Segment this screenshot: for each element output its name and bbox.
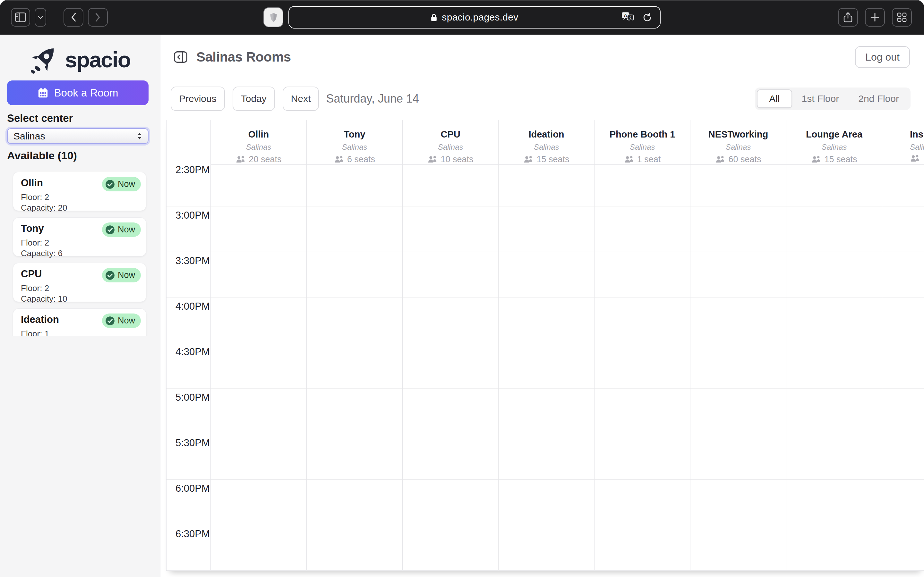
address-bar[interactable]: spacio.pages.dev A 文 [288, 6, 661, 29]
column-header: NESTworkingSalinas60 seats [690, 120, 786, 165]
center-select[interactable]: Salinas [7, 128, 149, 144]
calendar-slot[interactable] [690, 434, 786, 479]
calendar-slot[interactable] [402, 206, 498, 251]
room-card[interactable]: TonyNowFloor: 2Capacity: 6 [13, 218, 146, 256]
calendar-slot[interactable] [690, 298, 786, 343]
calendar-slot[interactable] [594, 480, 690, 525]
calendar-slot[interactable] [306, 434, 402, 479]
calendar-slot[interactable] [882, 343, 924, 388]
today-button[interactable]: Today [233, 87, 275, 111]
back-button[interactable] [63, 8, 83, 27]
calendar-slot[interactable] [210, 388, 306, 434]
calendar-slot[interactable] [402, 298, 498, 343]
floor-filter-all[interactable]: All [757, 89, 792, 108]
calendar-slot[interactable] [882, 434, 924, 479]
calendar-slot[interactable] [210, 206, 306, 251]
forward-button[interactable] [88, 8, 108, 27]
calendar-slot[interactable] [690, 252, 786, 297]
collapse-sidebar-button[interactable] [173, 50, 188, 64]
calendar-slot[interactable] [786, 298, 882, 343]
calendar-slot[interactable] [402, 343, 498, 388]
calendar-slot[interactable] [210, 298, 306, 343]
calendar-slot[interactable] [786, 388, 882, 434]
calendar-slot[interactable] [498, 298, 594, 343]
calendar-slot[interactable] [594, 525, 690, 570]
calendar-slot[interactable] [690, 165, 786, 206]
room-card[interactable]: OllinNowFloor: 2Capacity: 20 [13, 172, 146, 211]
calendar-slot[interactable] [498, 165, 594, 206]
logout-button[interactable]: Log out [855, 46, 910, 68]
translate-icon[interactable]: A 文 [621, 11, 635, 23]
calendar-slot[interactable] [882, 388, 924, 434]
floor-filter-1st-floor[interactable]: 1st Floor [792, 89, 849, 108]
calendar-row: 3:00PM [166, 206, 924, 252]
calendar-slot[interactable] [786, 434, 882, 479]
calendar-slot[interactable] [210, 480, 306, 525]
calendar-slot[interactable] [402, 252, 498, 297]
calendar-slot[interactable] [306, 206, 402, 251]
calendar-slot[interactable] [498, 343, 594, 388]
calendar-slot[interactable] [210, 252, 306, 297]
calendar-slot[interactable] [594, 343, 690, 388]
calendar-slot[interactable] [690, 388, 786, 434]
next-button[interactable]: Next [283, 87, 319, 111]
calendar-slot[interactable] [306, 298, 402, 343]
calendar-slot[interactable] [882, 165, 924, 206]
calendar-slot[interactable] [594, 206, 690, 251]
calendar-slot[interactable] [882, 525, 924, 570]
main-content: Salinas Rooms Log out Previous Today Nex… [160, 35, 924, 577]
calendar-slot[interactable] [690, 206, 786, 251]
calendar-slot[interactable] [498, 252, 594, 297]
previous-button[interactable]: Previous [171, 87, 225, 111]
calendar-slot[interactable] [402, 388, 498, 434]
new-tab-button[interactable] [865, 8, 885, 27]
calendar-slot[interactable] [690, 525, 786, 570]
calendar-slot[interactable] [786, 252, 882, 297]
room-card[interactable]: CPUNowFloor: 2Capacity: 10 [13, 263, 146, 302]
calendar-slot[interactable] [594, 388, 690, 434]
share-button[interactable] [838, 8, 858, 27]
calendar-slot[interactable] [498, 388, 594, 434]
room-card[interactable]: IdeationNowFloor: 1 [13, 308, 146, 336]
calendar-slot[interactable] [210, 165, 306, 206]
calendar-slot[interactable] [306, 388, 402, 434]
calendar-slot[interactable] [210, 434, 306, 479]
sidebar-toggle-button[interactable] [11, 8, 30, 27]
calendar-slot[interactable] [402, 525, 498, 570]
calendar-slot[interactable] [402, 165, 498, 206]
calendar-slot[interactable] [882, 206, 924, 251]
calendar-slot[interactable] [210, 525, 306, 570]
calendar-slot[interactable] [786, 343, 882, 388]
calendar-slot[interactable] [498, 434, 594, 479]
calendar-slot[interactable] [306, 343, 402, 388]
book-a-room-button[interactable]: Book a Room [7, 81, 149, 105]
calendar-slot[interactable] [690, 343, 786, 388]
calendar-slot[interactable] [882, 252, 924, 297]
sidebar-menu-button[interactable] [35, 8, 46, 27]
calendar-slot[interactable] [594, 298, 690, 343]
privacy-shield-button[interactable] [263, 7, 283, 27]
reload-icon[interactable] [642, 13, 652, 23]
calendar-slot[interactable] [882, 298, 924, 343]
calendar-slot[interactable] [306, 525, 402, 570]
calendar-slot[interactable] [306, 165, 402, 206]
floor-filter-2nd-floor[interactable]: 2nd Floor [849, 89, 909, 108]
calendar-slot[interactable] [594, 434, 690, 479]
calendar-slot[interactable] [498, 480, 594, 525]
calendar-slot[interactable] [402, 434, 498, 479]
calendar-slot[interactable] [306, 480, 402, 525]
calendar-slot[interactable] [402, 480, 498, 525]
calendar-slot[interactable] [210, 343, 306, 388]
calendar-slot[interactable] [594, 165, 690, 206]
calendar-slot[interactable] [690, 480, 786, 525]
calendar-slot[interactable] [786, 165, 882, 206]
tab-overview-button[interactable] [892, 8, 912, 27]
calendar-slot[interactable] [594, 252, 690, 297]
calendar-slot[interactable] [786, 206, 882, 251]
calendar-slot[interactable] [786, 480, 882, 525]
calendar-slot[interactable] [498, 525, 594, 570]
calendar-slot[interactable] [306, 252, 402, 297]
calendar-slot[interactable] [786, 525, 882, 570]
calendar-slot[interactable] [498, 206, 594, 251]
calendar-slot[interactable] [882, 480, 924, 525]
